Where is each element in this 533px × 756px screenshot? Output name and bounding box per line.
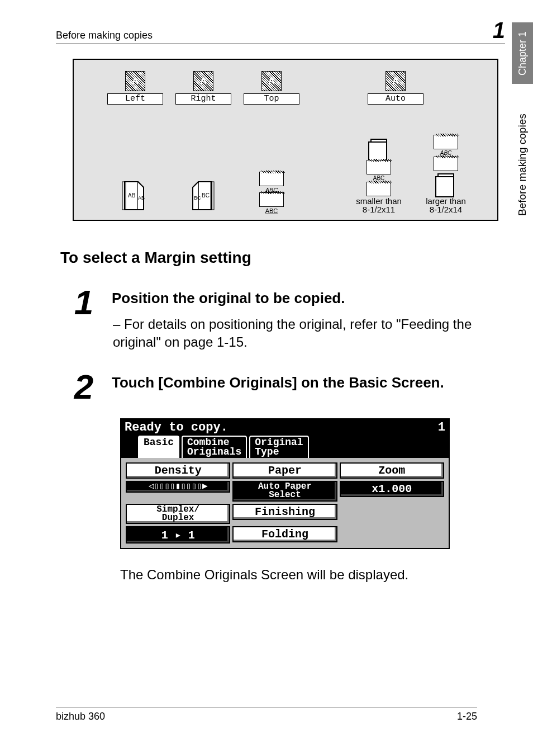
step-1-number: 1 <box>56 287 112 351</box>
header-chapter-number: 1 <box>493 19 505 41</box>
option-top-label: Top <box>244 93 299 105</box>
smaller-caption-2: 8-1/2x11 <box>363 205 395 214</box>
tab-original-type[interactable]: Original Type <box>249 436 308 458</box>
margin-auto-icon <box>386 71 406 91</box>
larger-caption-1: larger than <box>426 196 466 206</box>
density-button[interactable]: Density <box>126 462 230 479</box>
followup-text: The Combine Originals Screen will be dis… <box>120 567 505 583</box>
book-small-icon <box>370 139 387 158</box>
density-slider[interactable]: ◁▯▯▯▯▮▯▯▯▯▶ <box>126 481 230 493</box>
lcd-screen: Ready to copy. 1 Basic Combine Originals… <box>120 418 450 549</box>
option-right-label: Right <box>175 93 231 105</box>
paper-button[interactable]: Paper <box>232 462 337 479</box>
auto-smaller-group: ABC smaller than 8-1/2x11 <box>345 139 412 215</box>
page-footer: bizhub 360 1-25 <box>56 707 477 722</box>
zoom-value[interactable]: x1.000 <box>340 481 444 497</box>
side-label: Before making copies <box>512 87 533 243</box>
header-left: Before making copies <box>56 30 153 41</box>
svg-text:AB: AB <box>138 195 145 201</box>
margin-left-icon <box>125 71 145 91</box>
step-1: 1 Position the original to be copied. – … <box>56 287 505 351</box>
book-large-icon <box>437 173 454 192</box>
tab-basic[interactable]: Basic <box>138 436 179 458</box>
zoom-button[interactable]: Zoom <box>340 462 444 479</box>
section-title: To select a Margin setting <box>60 249 505 267</box>
margin-right-icon <box>193 71 213 91</box>
margin-options-diagram: Left Right Top Auto AB <box>73 59 498 221</box>
smaller-caption-1: smaller than <box>356 196 402 206</box>
margin-top-icon <box>261 71 282 91</box>
footer-left: bizhub 360 <box>56 711 105 722</box>
lcd-status: Ready to copy. <box>125 420 228 434</box>
option-top: Top <box>244 71 299 105</box>
step-1-heading: Position the original to be copied. <box>112 289 505 308</box>
step-1-sub: – For details on positioning the origina… <box>112 315 505 352</box>
larger-caption-2: 8-1/2x14 <box>430 205 462 214</box>
fold-left-icon: AB AB <box>107 177 163 214</box>
option-right: Right <box>175 71 231 105</box>
footer-right: 1-25 <box>457 711 477 722</box>
page-header: Before making copies 1 <box>56 19 505 44</box>
option-left: Left <box>107 71 163 105</box>
option-left-label: Left <box>107 93 163 105</box>
fold-right-icon: BC BC <box>175 177 231 214</box>
finishing-button[interactable]: Finishing <box>232 504 337 520</box>
tab-combine-originals[interactable]: Combine Originals <box>182 436 247 458</box>
folding-button[interactable]: Folding <box>232 526 337 542</box>
lcd-count: 1 <box>438 420 445 434</box>
option-auto-label: Auto <box>368 93 423 105</box>
option-auto: Auto <box>368 71 423 105</box>
svg-text:BC: BC <box>202 192 210 199</box>
fold-top-icon: ABC ABC <box>244 171 299 214</box>
chapter-tab: Chapter 1 <box>512 22 533 84</box>
abc-label-2: ABC <box>244 207 299 214</box>
svg-text:AB: AB <box>128 192 136 199</box>
tab-original-type-label: Original Type <box>255 437 303 457</box>
tab-combine-label: Combine Originals <box>187 437 241 457</box>
tab-basic-label: Basic <box>144 437 174 448</box>
simplex-value[interactable]: 1 ▸ 1 <box>126 526 230 544</box>
svg-text:BC: BC <box>194 195 201 201</box>
step-2: 2 Touch [Combine Originals] on the Basic… <box>56 371 505 403</box>
step-2-heading: Touch [Combine Originals] on the Basic S… <box>112 374 505 392</box>
simplex-duplex-button[interactable]: Simplex/ Duplex <box>126 504 230 524</box>
auto-paper-button[interactable]: Auto Paper Select <box>232 481 337 501</box>
auto-larger-group: ABC larger than 8-1/2x14 <box>412 134 479 215</box>
step-2-number: 2 <box>56 371 112 403</box>
